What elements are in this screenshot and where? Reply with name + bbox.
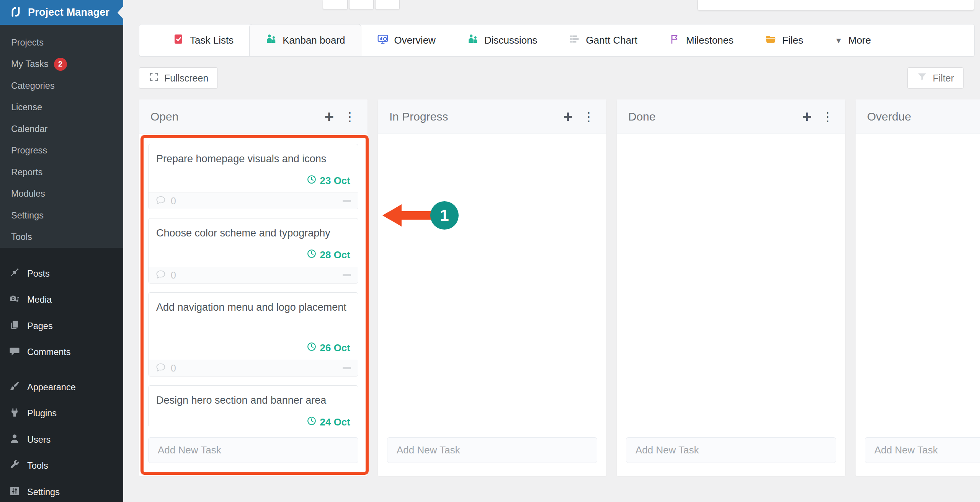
sidebar-item-progress[interactable]: Progress — [0, 140, 123, 162]
task-lists-icon — [173, 33, 184, 47]
add-new-task-input[interactable] — [387, 437, 597, 463]
add-card-icon[interactable]: + — [802, 109, 812, 125]
tab-milestones[interactable]: Milestones — [653, 24, 749, 56]
sidebar-item-pages[interactable]: Pages — [0, 313, 123, 339]
add-new-task-input[interactable] — [626, 437, 836, 463]
caret-down-icon: ▼ — [835, 36, 843, 44]
cropped-top-box — [375, 0, 400, 9]
task-title: Design hero section and banner area — [156, 393, 350, 408]
gantt-icon — [569, 33, 580, 47]
kanban-board: Open + ⋮ Prepare homepage visuals and ic… — [139, 99, 980, 476]
kanban-column-overdue: Overdue + ⋮ — [856, 99, 980, 476]
task-title: Choose color scheme and typography — [156, 225, 350, 241]
sidebar-item-modules[interactable]: Modules — [0, 183, 123, 205]
add-new-task-input[interactable] — [148, 437, 358, 463]
tab-gantt-chart[interactable]: Gantt Chart — [553, 24, 653, 56]
dash-icon — [343, 274, 351, 276]
sidebar-item-wp-settings[interactable]: Settings — [0, 479, 123, 502]
sliders-icon — [9, 485, 20, 499]
plugin-header[interactable]: Project Manager — [0, 0, 123, 25]
sidebar-item-comments[interactable]: Comments — [0, 339, 123, 366]
sidebar-item-reports[interactable]: Reports — [0, 161, 123, 183]
column-menu-icon[interactable]: ⋮ — [344, 111, 356, 123]
tab-more[interactable]: ▼ More — [819, 24, 887, 56]
comment-bubble-icon — [155, 269, 166, 281]
column-title: Overdue — [867, 110, 980, 123]
sidebar-item-plugins[interactable]: Plugins — [0, 401, 123, 427]
wrench-icon — [9, 459, 20, 473]
discussions-icon — [467, 33, 479, 47]
column-title: Open — [150, 110, 314, 123]
column-header: Overdue + ⋮ — [856, 99, 980, 134]
kanban-column-in-progress: In Progress + ⋮ — [378, 99, 606, 476]
tab-files[interactable]: Files — [749, 24, 819, 56]
user-icon — [9, 433, 20, 447]
tab-task-lists[interactable]: Task Lists — [157, 24, 249, 56]
card-footer: 0 — [149, 360, 358, 376]
sidebar-item-tools[interactable]: Tools — [0, 227, 123, 248]
task-due-date: 28 Oct — [307, 249, 351, 261]
task-card[interactable]: Choose color scheme and typography 28 Oc… — [148, 218, 358, 284]
sidebar-item-calendar[interactable]: Calendar — [0, 118, 123, 140]
task-due-date: 23 Oct — [307, 174, 351, 187]
comment-icon — [9, 346, 20, 359]
clock-icon — [307, 416, 317, 426]
sidebar-item-my-tasks[interactable]: My Tasks 2 — [0, 54, 123, 75]
clock-icon — [307, 174, 317, 187]
overview-icon — [377, 33, 389, 47]
task-card-clipped[interactable]: Design hero section and banner area 24 O… — [148, 385, 358, 426]
column-menu-icon[interactable]: ⋮ — [822, 111, 834, 123]
dash-icon — [343, 367, 351, 369]
cropped-top-box — [349, 0, 374, 9]
column-header: In Progress + ⋮ — [378, 99, 606, 134]
task-due-date: 24 Oct — [307, 416, 351, 426]
cropped-top-search-box — [697, 0, 974, 10]
funnel-icon — [917, 72, 928, 85]
tab-overview[interactable]: Overview — [361, 24, 451, 56]
sidebar-item-settings[interactable]: Settings — [0, 205, 123, 227]
column-header: Open + ⋮ — [139, 99, 368, 134]
tab-kanban-board[interactable]: Kanban board — [249, 24, 361, 56]
filter-button[interactable]: Filter — [907, 67, 964, 89]
task-title: Prepare homepage visuals and icons — [156, 151, 350, 166]
column-menu-icon[interactable]: ⋮ — [583, 111, 595, 123]
sidebar-item-media[interactable]: Media — [0, 287, 123, 313]
sidebar-item-posts[interactable]: Posts — [0, 261, 123, 287]
my-tasks-count-badge: 2 — [54, 58, 67, 71]
kanban-column-done: Done + ⋮ — [617, 99, 845, 476]
task-due-date: 26 Oct — [307, 342, 351, 354]
add-new-task-input[interactable] — [865, 437, 980, 463]
plugin-submenu: Projects My Tasks 2 Categories License C… — [0, 25, 123, 248]
task-card[interactable]: Add navigation menu and logo placement 2… — [148, 292, 358, 376]
column-body — [617, 134, 845, 476]
tab-discussions[interactable]: Discussions — [451, 24, 553, 56]
pushpin-icon — [9, 267, 20, 280]
sidebar-item-license[interactable]: License — [0, 97, 123, 119]
add-card-icon[interactable]: + — [563, 109, 573, 125]
add-card-icon[interactable]: + — [324, 109, 334, 125]
dash-icon — [343, 200, 351, 202]
column-body — [378, 134, 606, 476]
sidebar-item-wp-tools[interactable]: Tools — [0, 453, 123, 479]
sidebar-item-users[interactable]: Users — [0, 427, 123, 453]
brush-icon — [9, 380, 20, 394]
kanban-icon — [265, 33, 277, 47]
task-card[interactable]: Prepare homepage visuals and icons 23 Oc… — [148, 144, 358, 209]
plug-icon — [9, 407, 20, 421]
comment-count: 0 — [171, 196, 176, 207]
sidebar-item-projects[interactable]: Projects — [0, 32, 123, 54]
column-body — [856, 134, 980, 476]
comment-count: 0 — [171, 363, 176, 374]
column-header: Done + ⋮ — [617, 99, 845, 134]
column-title: In Progress — [389, 110, 553, 123]
task-title: Add navigation menu and logo placement — [156, 300, 350, 315]
project-manager-logo-icon — [9, 5, 22, 20]
column-body: Prepare homepage visuals and icons 23 Oc… — [139, 134, 368, 476]
comment-bubble-icon — [155, 362, 166, 374]
wp-admin-menu: Posts Media Pages Comments Appearance Pl — [0, 261, 123, 502]
card-footer: 0 — [149, 267, 358, 283]
fullscreen-button[interactable]: Fullscreen — [139, 67, 218, 89]
sidebar-item-appearance[interactable]: Appearance — [0, 374, 123, 401]
sidebar-item-categories[interactable]: Categories — [0, 75, 123, 97]
cropped-top-box — [323, 0, 348, 9]
